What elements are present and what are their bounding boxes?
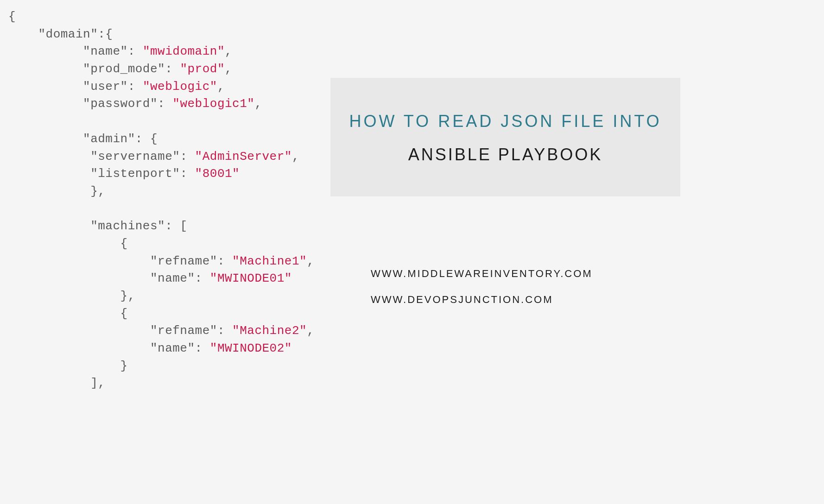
code-comma: , xyxy=(254,97,262,111)
code-comma: , xyxy=(217,80,225,94)
code-brace-open: { xyxy=(8,10,16,24)
code-key-refname2: "refname" xyxy=(150,324,217,338)
code-brace-close: }, xyxy=(90,184,105,198)
code-comma: , xyxy=(307,324,314,338)
title-box: HOW TO READ JSON FILE INTO ANSIBLE PLAYB… xyxy=(330,78,680,196)
code-sep: : xyxy=(128,80,143,94)
code-sep: : xyxy=(217,324,232,338)
code-key-user: "user" xyxy=(83,80,128,94)
url-block: WWW.MIDDLEWAREINVENTORY.COM WWW.DEVOPSJU… xyxy=(371,268,593,320)
code-comma: , xyxy=(225,44,232,58)
code-key-domain: "domain" xyxy=(38,27,98,41)
code-sep: : xyxy=(158,97,172,111)
code-comma: , xyxy=(292,150,299,164)
code-key-name2: "name" xyxy=(150,341,195,355)
code-punc: : [ xyxy=(165,219,187,233)
code-sep: : xyxy=(217,254,232,268)
code-sep: : xyxy=(165,62,180,76)
code-val-refname2: "Machine2" xyxy=(232,324,307,338)
code-brace-open: { xyxy=(120,237,128,251)
code-key-password: "password" xyxy=(83,97,158,111)
code-sep: : xyxy=(195,271,210,285)
code-val-user: "weblogic" xyxy=(143,80,217,94)
title-line2: ANSIBLE PLAYBOOK xyxy=(408,145,602,164)
code-brace-close: } xyxy=(120,359,128,373)
code-key-name: "name" xyxy=(83,44,128,58)
code-brace-close: }, xyxy=(120,289,135,303)
code-key-servername: "servername" xyxy=(90,150,180,164)
code-key-name1: "name" xyxy=(150,271,195,285)
code-bracket-close: ], xyxy=(90,376,105,390)
code-punc: : { xyxy=(135,132,158,146)
code-key-refname1: "refname" xyxy=(150,254,217,268)
code-key-prodmode: "prod_mode" xyxy=(83,62,165,76)
code-key-admin: "admin" xyxy=(83,132,135,146)
code-val-password: "weblogic1" xyxy=(172,97,254,111)
code-sep: : xyxy=(128,44,143,58)
url-devopsjunction: WWW.DEVOPSJUNCTION.COM xyxy=(371,294,593,306)
code-key-listenport: "listenport" xyxy=(90,167,180,181)
code-val-refname1: "Machine1" xyxy=(232,254,307,268)
code-key-machines: "machines" xyxy=(90,219,165,233)
json-code-block: { "domain":{ "name": "mwidomain", "prod_… xyxy=(8,8,314,392)
code-comma: , xyxy=(307,254,314,268)
code-val-name: "mwidomain" xyxy=(143,44,225,58)
code-val-servername: "AdminServer" xyxy=(195,150,292,164)
code-val-name1: "MWINODE01" xyxy=(210,271,292,285)
code-sep: : xyxy=(180,150,195,164)
code-comma: , xyxy=(225,62,232,76)
title-line1: HOW TO READ JSON FILE INTO xyxy=(349,110,661,133)
code-val-prodmode: "prod" xyxy=(180,62,225,76)
code-brace-open: { xyxy=(120,307,128,321)
code-sep: : xyxy=(180,167,195,181)
url-middlewareinventory: WWW.MIDDLEWAREINVENTORY.COM xyxy=(371,268,593,280)
code-val-name2: "MWINODE02" xyxy=(210,341,292,355)
code-punc: :{ xyxy=(98,27,113,41)
code-sep: : xyxy=(195,341,210,355)
code-val-listenport: "8001" xyxy=(195,167,240,181)
